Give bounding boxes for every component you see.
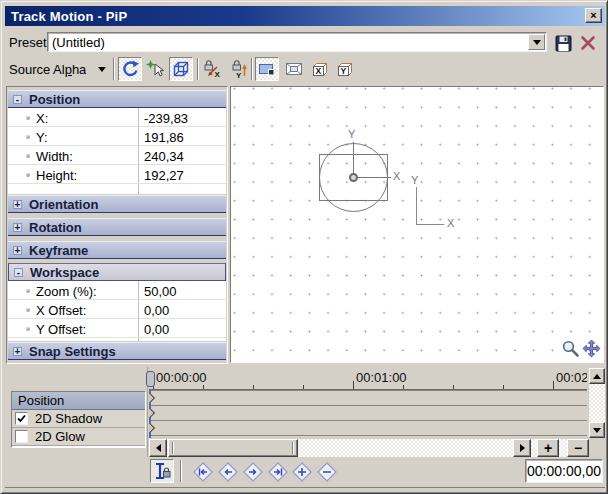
ruler-label: 00:01:00 — [356, 370, 407, 385]
checkbox-checked[interactable] — [15, 412, 28, 425]
rotate-icon — [120, 59, 140, 79]
toolbar-separator — [180, 460, 181, 482]
expand-toggle-icon[interactable]: + — [13, 246, 22, 255]
minus-icon: − — [574, 441, 582, 455]
prevent-scaling-button[interactable] — [282, 57, 306, 81]
scroll-right-button[interactable] — [513, 439, 531, 457]
track-header-label: Position — [18, 393, 64, 408]
timeline-zoom-out-button[interactable]: − — [567, 439, 589, 457]
zoom-tool-button[interactable] — [561, 339, 580, 362]
prevent-movement-x-button[interactable]: X — [201, 57, 225, 81]
edit-in-object-space-button[interactable] — [169, 57, 193, 81]
keyframe-row-glow[interactable] — [149, 421, 587, 436]
scale-about-center-button[interactable] — [255, 57, 279, 81]
property-row-height: Height: 192,27 — [8, 165, 226, 184]
previous-keyframe-button[interactable] — [217, 461, 239, 483]
save-preset-button[interactable] — [553, 33, 573, 53]
track-item-2d-glow[interactable]: 2D Glow — [12, 428, 145, 446]
keyframe-row-shadow[interactable] — [149, 406, 587, 421]
property-value[interactable]: 191,86 — [144, 130, 184, 145]
expand-toggle-icon[interactable]: + — [13, 347, 22, 356]
property-label: X: — [36, 111, 48, 126]
next-keyframe-button[interactable] — [242, 461, 264, 483]
delete-preset-button[interactable] — [578, 33, 598, 53]
section-header-rotation[interactable]: + Rotation — [8, 218, 226, 236]
section-header-position[interactable]: - Position — [8, 90, 226, 108]
scroll-down-button[interactable] — [589, 422, 605, 438]
insert-keyframe-icon — [291, 461, 313, 483]
checkbox-unchecked[interactable] — [15, 430, 28, 443]
svg-text:Y: Y — [341, 66, 347, 76]
preset-dropdown-button[interactable] — [528, 34, 545, 50]
magnifier-icon — [561, 339, 580, 358]
triangle-up-icon — [593, 374, 601, 379]
prevent-scaling-y-button[interactable]: Y — [333, 57, 357, 81]
scroll-up-button[interactable] — [589, 368, 605, 384]
property-row-y-offset: Y Offset: 0,00 — [8, 319, 226, 338]
next-keyframe-icon — [242, 461, 264, 483]
scroll-left-button[interactable] — [149, 439, 167, 457]
cube-x-icon: X — [310, 59, 330, 79]
property-label: Width: — [36, 149, 73, 164]
section-header-workspace[interactable]: - Workspace — [8, 263, 226, 281]
timeline-zoom-in-button[interactable]: + — [537, 439, 559, 457]
property-row-x: X: -239,83 — [8, 108, 226, 127]
enable-rotation-button[interactable] — [118, 57, 142, 81]
preset-combobox[interactable]: (Untitled) — [47, 32, 547, 52]
keyframe-row-position[interactable] — [149, 391, 587, 406]
property-value[interactable]: -239,83 — [144, 111, 188, 126]
prevent-scaling-x-button[interactable]: X — [308, 57, 332, 81]
chevron-down-icon — [98, 67, 106, 72]
first-keyframe-button[interactable] — [192, 461, 214, 483]
expand-toggle-icon[interactable]: + — [13, 200, 22, 209]
section-title: Rotation — [29, 220, 82, 235]
lock-x-icon: X — [203, 59, 223, 79]
property-value[interactable]: 0,00 — [144, 303, 169, 318]
lock-cursor-button[interactable] — [150, 459, 174, 483]
keyframe-marker-icon[interactable] — [149, 406, 155, 420]
track-item-2d-shadow[interactable]: 2D Shadow — [12, 410, 145, 428]
pan-tool-button[interactable] — [582, 339, 601, 362]
title-bar[interactable]: Track Motion - PiP × — [5, 6, 605, 26]
bullet-icon — [26, 289, 30, 293]
track-list-header[interactable]: Position — [12, 392, 145, 410]
motion-canvas[interactable]: Y X Y X — [230, 86, 604, 363]
property-row-y: Y: 191,86 — [8, 127, 226, 146]
cube-3d-icon — [171, 59, 191, 79]
ruler-label: 00:00:00 — [156, 370, 207, 385]
track-parameter-list: Position 2D Shadow 2D Glow — [11, 391, 146, 448]
property-value[interactable]: 50,00 — [144, 284, 177, 299]
expand-toggle-icon[interactable]: + — [13, 223, 22, 232]
svg-text:Y: Y — [236, 71, 242, 80]
last-keyframe-button[interactable] — [267, 461, 289, 483]
playhead-handle[interactable] — [146, 371, 155, 387]
object-y-axis-line — [353, 142, 354, 177]
enable-snapping-button[interactable] — [144, 57, 168, 81]
keyframe-rows — [149, 390, 587, 436]
keyframe-marker-icon[interactable] — [149, 421, 155, 435]
property-value[interactable]: 192,27 — [144, 168, 184, 183]
bullet-icon — [26, 327, 30, 331]
close-button[interactable]: × — [585, 8, 602, 23]
timecode-display[interactable]: 00:00:00,00 — [525, 459, 603, 483]
insert-keyframe-button[interactable] — [291, 461, 313, 483]
collapse-toggle-icon[interactable]: - — [14, 268, 23, 277]
toolbar-separator — [251, 58, 252, 80]
scrollbar-thumb[interactable] — [168, 439, 298, 457]
toolbar-separator — [197, 58, 198, 80]
timeline-ruler[interactable]: 00:00:00 00:01:00 00:02:00 — [149, 368, 587, 390]
section-header-keyframe[interactable]: + Keyframe — [8, 241, 226, 259]
property-value[interactable]: 240,34 — [144, 149, 184, 164]
toolbar-separator — [113, 58, 114, 80]
collapse-toggle-icon[interactable]: - — [13, 95, 22, 104]
section-header-snap-settings[interactable]: + Snap Settings — [8, 342, 226, 360]
section-header-orientation[interactable]: + Orientation — [8, 195, 226, 213]
property-value[interactable]: 0,00 — [144, 322, 169, 337]
delete-keyframe-button[interactable] — [316, 461, 338, 483]
keyframe-marker-icon[interactable] — [149, 391, 155, 405]
source-alpha-dropdown[interactable]: Source Alpha — [9, 62, 86, 77]
section-title: Orientation — [29, 197, 98, 212]
prevent-movement-y-button[interactable]: Y — [229, 57, 253, 81]
center-point-handle[interactable] — [349, 173, 358, 182]
ruler-label: 00:02:00 — [556, 370, 587, 385]
